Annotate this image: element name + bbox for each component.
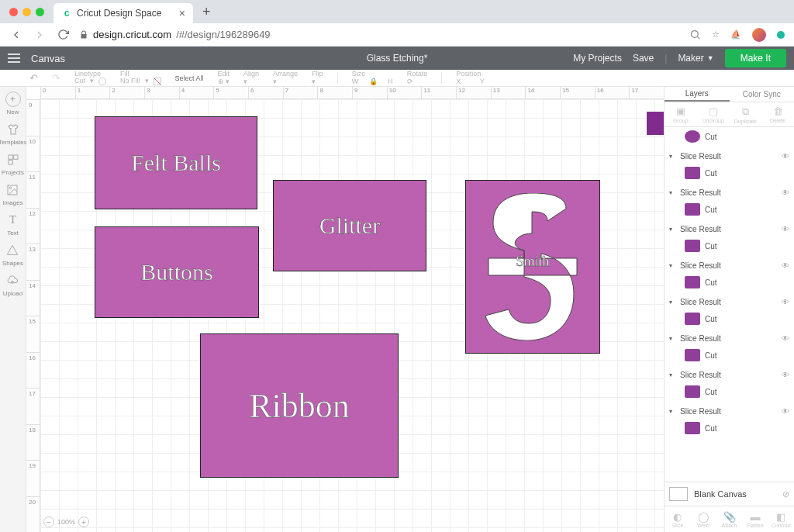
layer-group-header[interactable]: ▾Slice Result👁	[665, 182, 794, 200]
url-path: /#/design/196289649	[176, 29, 270, 40]
duplicate-button[interactable]: ⧉Duplicate	[730, 102, 762, 126]
fill-value[interactable]: No Fill	[120, 78, 140, 85]
layer-item[interactable]: Cut	[665, 346, 794, 364]
shape-monogram[interactable]: Smith	[465, 180, 600, 354]
forward-button[interactable]	[33, 28, 47, 42]
canvas-label: Canvas	[31, 53, 65, 64]
visibility-icon[interactable]: 👁	[782, 334, 789, 343]
blank-canvas-row[interactable]: Blank Canvas ⊘	[665, 482, 794, 506]
select-all-button[interactable]: Select All	[175, 74, 204, 82]
visibility-off-icon[interactable]: ⊘	[782, 489, 789, 499]
canvas[interactable]: 01234567891011121314151617 9101112131415…	[26, 87, 664, 532]
layer-item[interactable]: Cut	[665, 237, 794, 255]
weld-button[interactable]: ◯Weld	[690, 506, 716, 532]
layer-item[interactable]: Cut	[665, 200, 794, 219]
offscreen-shape[interactable]	[647, 112, 664, 135]
new-tab-button[interactable]: +	[198, 4, 216, 20]
layer-item[interactable]: Cut	[665, 309, 794, 328]
layer-group-header[interactable]: ▾Slice Result👁	[665, 364, 794, 382]
expand-icon: ▾	[669, 226, 675, 233]
plus-icon: +	[5, 92, 21, 107]
tab-close-icon[interactable]: ×	[179, 7, 185, 19]
group-button[interactable]: ▣Group	[665, 102, 697, 126]
browser-tab[interactable]: c Cricut Design Space ×	[54, 3, 193, 23]
reload-button[interactable]	[56, 28, 70, 42]
maximize-window-button[interactable]	[36, 8, 44, 16]
shape-felt-balls[interactable]: Felt Balls	[95, 116, 257, 209]
size-w-label: W	[352, 78, 359, 86]
visibility-icon[interactable]: 👁	[782, 407, 789, 416]
zoom-out-button[interactable]: −	[43, 516, 54, 527]
address-bar[interactable]: design.cricut.com/#/design/196289649	[79, 29, 271, 40]
minimize-window-button[interactable]	[22, 8, 31, 16]
my-projects-link[interactable]: My Projects	[573, 53, 622, 64]
contour-button[interactable]: ◧Contour	[768, 506, 794, 532]
visibility-icon[interactable]: 👁	[782, 371, 789, 379]
ungroup-button[interactable]: ▢UnGroup	[697, 102, 730, 126]
visibility-icon[interactable]: 👁	[782, 225, 789, 233]
layer-item[interactable]: Cut	[665, 419, 794, 437]
new-button[interactable]: +New	[5, 92, 21, 116]
undo-button[interactable]: ↶	[29, 72, 38, 84]
machine-selector[interactable]: Maker ▼	[678, 53, 713, 64]
back-button[interactable]	[9, 28, 23, 42]
color-sync-tab[interactable]: Color Sync	[730, 87, 795, 102]
redo-button[interactable]: ↷	[52, 72, 60, 84]
svg-point-6	[9, 187, 12, 189]
shapes-button[interactable]: Shapes	[2, 243, 23, 267]
search-icon[interactable]	[689, 29, 701, 40]
position-x-label: X	[456, 78, 461, 86]
upload-button[interactable]: Upload	[3, 273, 22, 297]
save-button[interactable]: Save	[633, 53, 654, 64]
visibility-icon[interactable]: 👁	[782, 261, 789, 270]
layer-group-header[interactable]: ▾Slice Result👁	[665, 292, 794, 309]
layers-tab[interactable]: Layers	[665, 87, 730, 102]
layer-group-header[interactable]: ▾Slice Result👁	[665, 219, 794, 237]
visibility-icon[interactable]: 👁	[782, 298, 789, 306]
linetype-value[interactable]: Cut	[74, 78, 85, 85]
linetype-group: Linetype Cut▾	[74, 71, 106, 86]
tool-label: Attach	[722, 523, 737, 528]
projects-button[interactable]: Projects	[2, 152, 24, 176]
document-title: Glass Etching*	[367, 53, 428, 64]
slice-button[interactable]: ◐Slice	[665, 506, 690, 532]
grid-icon	[5, 152, 21, 168]
make-it-button[interactable]: Make It	[725, 49, 786, 67]
layer-group-header[interactable]: ▾Slice Result👁	[665, 328, 794, 346]
layer-group-header[interactable]: ▾Slice Result👁	[665, 255, 794, 273]
lock-icon	[79, 30, 88, 40]
menu-button[interactable]	[8, 54, 20, 63]
star-icon[interactable]: ☆	[712, 29, 720, 40]
layer-item[interactable]: Cut	[665, 273, 794, 292]
layer-item[interactable]: Cut	[665, 127, 794, 146]
browser-right-icons: ☆ ⛵	[689, 28, 785, 42]
layer-item[interactable]: Cut	[665, 164, 794, 182]
templates-button[interactable]: Templates	[0, 122, 27, 146]
attach-button[interactable]: 📎Attach	[716, 506, 742, 532]
shape-ribbon[interactable]: Ribbon	[200, 333, 399, 478]
tool-label: Contour	[772, 523, 791, 528]
profile-avatar[interactable]	[752, 28, 766, 42]
images-button[interactable]: Images	[2, 182, 22, 206]
fill-swatch[interactable]	[154, 78, 161, 85]
svg-rect-3	[13, 155, 17, 159]
layer-item[interactable]: Cut	[665, 382, 794, 401]
shape-glitter[interactable]: Glitter	[273, 180, 426, 271]
flatten-button[interactable]: ▬Flatten	[742, 506, 768, 532]
visibility-icon[interactable]: 👁	[782, 152, 789, 161]
delete-button[interactable]: 🗑Delete	[761, 102, 794, 126]
layer-group-label: Slice Result	[680, 188, 721, 197]
layer-group-header[interactable]: ▾Slice Result👁	[665, 401, 794, 419]
divider	[441, 73, 442, 84]
canvas-grid[interactable]: Felt Balls Glitter Buttons Ribbon Smith	[40, 99, 664, 532]
extension-icon[interactable]: ⛵	[730, 29, 741, 40]
layer-group-header[interactable]: ▾Slice Result👁	[665, 146, 794, 164]
linetype-swatch[interactable]	[98, 78, 106, 85]
zoom-in-button[interactable]: +	[78, 516, 89, 527]
visibility-icon[interactable]: 👁	[782, 188, 789, 197]
text-button[interactable]: TText	[5, 212, 21, 237]
close-window-button[interactable]	[9, 8, 18, 16]
shape-buttons[interactable]: Buttons	[95, 226, 259, 318]
chevron-down-icon: ▾	[90, 78, 94, 85]
extension-dot-icon[interactable]	[777, 31, 785, 39]
